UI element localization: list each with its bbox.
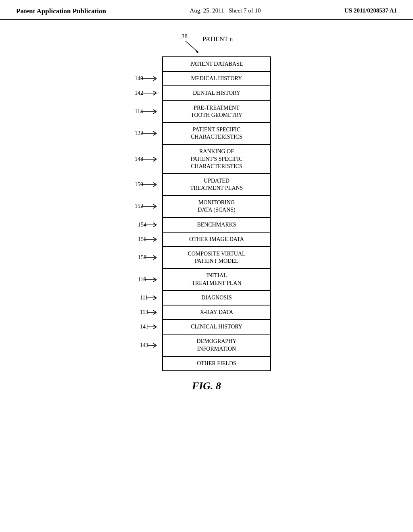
initial-treatment-text: INITIALTREATMENT PLAN [192, 272, 241, 286]
box-row-dental: DENTAL HISTORY 142 [162, 85, 271, 101]
ranking-text: RANKING OFPATIENT'S SPECIFICCHARACTERIST… [190, 148, 242, 169]
box-row-xray: X-RAY DATA 113 [162, 305, 271, 320]
diagnosis-text: DIAGNOSIS [201, 295, 232, 301]
ref-111-arrow [147, 295, 162, 301]
demography-box: DEMOGRAPHYINFORMATION [162, 334, 271, 356]
ref-140-arrow [141, 75, 162, 82]
box-row-pretreatment: PRE-TREATMENTTOOTH GEOMETRY 114 [162, 100, 271, 123]
patient-specific-box: PATIENT SPECIFICCHARACTERISTICS [162, 122, 271, 145]
header-center: Aug. 25, 2011 Sheet 7 of 10 [190, 7, 261, 14]
box-row-patient-specific: PATIENT SPECIFICCHARACTERISTICS 122 [162, 122, 271, 145]
patient-database-box: PATIENT DATABASE [162, 56, 271, 72]
ref-110-arrow [144, 276, 162, 283]
ref-141-arrow [147, 324, 162, 330]
figure-label: FIG. 8 [192, 380, 221, 392]
ref-122-arrow [141, 130, 162, 137]
xray-box: X-RAY DATA [162, 305, 271, 320]
node-38-label: 38 [181, 33, 188, 40]
main-content: 38 PATIENT n PATIENT DATABASE MEDICAL HI… [0, 20, 413, 392]
other-fields-box: OTHER FIELDS [162, 356, 271, 371]
flowchart-container: PATIENT DATABASE MEDICAL HISTORY 140 DEN… [122, 56, 291, 371]
dental-history-box: DENTAL HISTORY [162, 85, 271, 101]
top-label-area: 38 PATIENT n [122, 32, 291, 56]
header-date: Aug. 25, 2011 Sheet 7 of 10 [190, 7, 261, 14]
box-row-ranking: RANKING OFPATIENT'S SPECIFICCHARACTERIST… [162, 144, 271, 174]
box-row-initial-treatment: INITIALTREATMENT PLAN 110 [162, 268, 271, 291]
medical-history-box: MEDICAL HISTORY [162, 71, 271, 86]
monitoring-box: MONITORINGDATA (SCANS) [162, 195, 271, 218]
patient-database-text: PATIENT DATABASE [190, 61, 243, 67]
box-row-clinical: CLINICAL HISTORY 141 [162, 319, 271, 335]
ref-114-arrow [141, 108, 162, 115]
box-row-monitoring: MONITORINGDATA (SCANS) 152 [162, 195, 271, 218]
ref-156-arrow [144, 236, 162, 243]
dental-history-text: DENTAL HISTORY [193, 90, 240, 96]
ref-142-arrow [141, 90, 162, 96]
arrow-38-svg [174, 39, 206, 54]
clinical-box: CLINICAL HISTORY [162, 319, 271, 335]
ref-150-arrow [141, 181, 162, 188]
patient-specific-text: PATIENT SPECIFICCHARACTERISTICS [191, 127, 242, 140]
header-right: US 2011/0208537 A1 [344, 7, 397, 14]
ref-152-arrow [141, 203, 162, 210]
ref-113-arrow [147, 309, 162, 316]
ref-158-arrow [144, 254, 162, 261]
box-row-composite: COMPOSITE VIRTUALPATIENT MODEL 158 [162, 246, 271, 269]
patient-n-label: PATIENT n [202, 35, 233, 43]
ranking-box: RANKING OFPATIENT'S SPECIFICCHARACTERIST… [162, 144, 271, 174]
updated-text: UPDATEDTREATMENT PLANS [190, 178, 243, 191]
other-image-box: OTHER IMAGE DATA [162, 232, 271, 247]
updated-box: UPDATEDTREATMENT PLANS [162, 173, 271, 196]
header-left: Patent Application Publication [16, 7, 106, 15]
box-row-updated: UPDATEDTREATMENT PLANS 150 [162, 173, 271, 196]
page-header: Patent Application Publication Aug. 25, … [0, 0, 413, 20]
benchmarks-text: BENCHMARKS [197, 222, 236, 228]
box-row-other-image: OTHER IMAGE DATA 156 [162, 232, 271, 247]
diagnosis-box: DIAGNOSIS [162, 290, 271, 305]
monitoring-text: MONITORINGDATA (SCANS) [198, 200, 235, 213]
demography-text: DEMOGRAPHYINFORMATION [197, 338, 237, 351]
pre-treatment-box: PRE-TREATMENTTOOTH GEOMETRY [162, 100, 271, 123]
composite-text: COMPOSITE VIRTUALPATIENT MODEL [188, 251, 245, 264]
benchmarks-box: BENCHMARKS [162, 217, 271, 233]
composite-box: COMPOSITE VIRTUALPATIENT MODEL [162, 246, 271, 269]
ref-148-arrow [141, 156, 162, 162]
box-patient-database: PATIENT DATABASE [162, 56, 271, 72]
box-row-other-fields: OTHER FIELDS [162, 356, 271, 371]
initial-treatment-box: INITIALTREATMENT PLAN [162, 268, 271, 291]
box-row-medical: MEDICAL HISTORY 140 [162, 71, 271, 86]
other-fields-text: OTHER FIELDS [197, 360, 236, 366]
box-row-diagnosis: DIAGNOSIS 111 [162, 290, 271, 305]
other-image-text: OTHER IMAGE DATA [189, 236, 244, 242]
clinical-text: CLINICAL HISTORY [191, 324, 242, 330]
pre-treatment-text: PRE-TREATMENTTOOTH GEOMETRY [191, 105, 242, 118]
box-row-demography: DEMOGRAPHYINFORMATION 143 [162, 334, 271, 356]
ref-143-arrow [147, 342, 162, 349]
svg-line-0 [186, 41, 198, 52]
medical-history-text: MEDICAL HISTORY [191, 75, 242, 81]
ref-154-arrow [144, 222, 162, 228]
xray-text: X-RAY DATA [200, 309, 233, 315]
box-row-benchmarks: BENCHMARKS 154 [162, 217, 271, 233]
